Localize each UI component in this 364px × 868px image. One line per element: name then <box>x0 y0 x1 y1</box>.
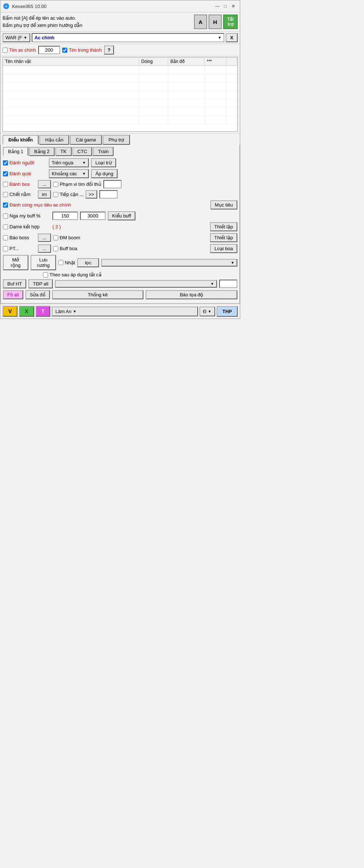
tab-hau-can[interactable]: Hậu cần <box>39 135 69 145</box>
tim-ac-chinh-checkbox[interactable] <box>3 48 8 53</box>
bao-boss-dot-button[interactable]: ... <box>38 233 51 242</box>
theo-sau-label[interactable]: Theo sau áp dụng tất cả <box>43 272 102 277</box>
tab-cai-game[interactable]: Cài game <box>70 135 102 145</box>
bao-boss-checkbox[interactable] <box>3 235 8 240</box>
tdp-dropdown[interactable]: ▼ <box>55 280 217 288</box>
im-button[interactable]: im <box>38 190 51 199</box>
pham-vi-input[interactable] <box>103 180 122 188</box>
col-doing: Doing <box>139 57 168 65</box>
search-number-input[interactable] <box>38 46 60 54</box>
danh-bos-dot-button[interactable]: ... <box>38 180 51 188</box>
thiet-lap-1-button[interactable]: Thiết lập <box>210 222 237 231</box>
tim-ac-chinh-checkbox-label[interactable]: Tim ac chính <box>3 47 36 53</box>
buf-ht-button[interactable]: Buf HT <box>3 279 26 288</box>
tab-phu-tro[interactable]: Phụ trợ <box>103 135 130 145</box>
danh-nguoi-label[interactable]: Đánh người <box>3 160 47 165</box>
tiep-can-checkbox[interactable] <box>53 192 58 197</box>
dm-boom-checkbox[interactable] <box>53 235 58 240</box>
btn-h[interactable]: H <box>209 15 222 29</box>
chet-nam-label[interactable]: Chết nằm <box>3 192 36 197</box>
bao-toa-do-button[interactable]: Báo tọa độ <box>146 290 237 299</box>
luu-ruong-button[interactable]: Lưu rương <box>31 255 56 270</box>
danh-nguoi-checkbox[interactable] <box>3 160 8 165</box>
danh-quai-checkbox[interactable] <box>3 171 8 176</box>
danh-cung-checkbox[interactable] <box>3 203 8 208</box>
muc-tieu-button[interactable]: Mục tiêu <box>210 200 237 209</box>
header-bar: Bấm nút [A] để ép tên ac vào auto. Bấm p… <box>0 12 240 32</box>
minimize-button[interactable]: — <box>214 3 221 10</box>
tdp-all-button[interactable]: TĐP all <box>28 279 52 288</box>
dm-boom-label[interactable]: ĐM boom <box>53 235 80 240</box>
bao-boss-label[interactable]: Báo boss <box>3 235 36 240</box>
table-header: Tên nhân vật Doing Bản đồ *** <box>3 57 237 66</box>
chet-nam-checkbox[interactable] <box>3 192 8 197</box>
ap-dung-button[interactable]: Áp dụng <box>91 169 118 178</box>
chevron-down-icon: ▼ <box>73 309 76 313</box>
tdp-input[interactable] <box>219 280 237 288</box>
nga-my-val2-input[interactable] <box>80 212 106 220</box>
header-line2: Bấm phụ trợ để xem phim hướng dẫn <box>3 22 193 29</box>
arr-button[interactable]: >> <box>86 190 97 199</box>
nhat-label[interactable]: Nhặt <box>58 260 75 265</box>
sub-tab-bang2[interactable]: Bảng 2 <box>29 147 55 156</box>
thp-button[interactable]: THP <box>217 306 238 317</box>
danh-bos-checkbox[interactable] <box>3 182 8 187</box>
pt-label[interactable]: PT... <box>3 246 36 251</box>
btn-a[interactable]: A <box>194 15 207 29</box>
row-chet-nam: Chết nằm im Tiếp cận ... >> <box>3 190 237 199</box>
dame-ket-checkbox[interactable] <box>3 224 8 229</box>
loai-bua-button[interactable]: Loại bùa <box>210 244 237 253</box>
pham-vi-checkbox[interactable] <box>53 182 58 187</box>
loc-button[interactable]: lọc <box>77 258 99 267</box>
maximize-button[interactable]: □ <box>222 3 229 10</box>
thong-ke-button[interactable]: Thống kê <box>52 290 144 299</box>
loc-dropdown[interactable]: ▼ <box>101 259 237 267</box>
war-dropdown[interactable]: WAR (F ▼ <box>3 33 30 42</box>
nhat-checkbox[interactable] <box>58 260 63 265</box>
kieu-buff-button[interactable]: Kiểu buff <box>108 211 135 220</box>
danh-quai-label[interactable]: Đánh quái <box>3 171 47 176</box>
sua-do-button[interactable]: Sửa đồ <box>25 290 50 299</box>
tim-trong-thanh-checkbox[interactable] <box>62 48 67 53</box>
d-dropdown[interactable]: Đ ▼ <box>199 307 215 316</box>
x-button[interactable]: X <box>19 306 34 317</box>
nga-my-val1-input[interactable] <box>52 212 78 220</box>
row-danh-nguoi: Đánh người Trên ngựa ▼ Loại trừ <box>3 158 237 167</box>
tiep-can-input[interactable] <box>99 190 118 199</box>
tiep-can-label[interactable]: Tiếp cận ... <box>53 192 83 197</box>
buff-bua-label[interactable]: Buff bùa <box>53 246 77 251</box>
mo-rong-button[interactable]: Mở rộng <box>3 255 28 270</box>
pt-checkbox[interactable] <box>3 246 8 251</box>
lam-an-dropdown[interactable]: Lâm An ▼ <box>52 307 198 316</box>
close-button[interactable]: ✕ <box>230 3 237 10</box>
t-button[interactable]: T <box>36 306 51 317</box>
danh-cung-label[interactable]: Đánh cùng mục tiêu ac chính <box>3 202 208 208</box>
btn-tai[interactable]: Tải trợ <box>223 15 238 29</box>
nga-my-checkbox[interactable] <box>3 213 8 219</box>
tren-ngua-dropdown[interactable]: Trên ngựa ▼ <box>49 158 89 167</box>
help-button[interactable]: ? <box>104 45 114 55</box>
sub-tab-ctc[interactable]: CTC <box>72 147 92 156</box>
row-danh-bos: Đánh bos ... Phạm vi tìm đối thủ <box>3 180 237 188</box>
dame-ket-label[interactable]: Dame kết hợp <box>3 224 50 229</box>
danh-bos-label[interactable]: Đánh bos <box>3 181 36 187</box>
loai-tru-button[interactable]: Loại trừ <box>91 158 116 167</box>
row-dame-ket: Dame kết hợp ( 2 ) Thiết lập <box>3 222 237 231</box>
sub-tab-bang1[interactable]: Bảng 1 <box>3 147 28 156</box>
theo-sau-checkbox[interactable] <box>43 272 48 277</box>
nga-my-label[interactable]: Nga my buff % <box>3 213 50 219</box>
tim-trong-thanh-checkbox-label[interactable]: Tim trong thành <box>62 47 102 53</box>
toolbar-x-button[interactable]: X <box>226 33 238 42</box>
v-button[interactable]: V <box>3 306 17 317</box>
f9-all-button[interactable]: F9 all <box>3 290 23 299</box>
ac-chinh-dropdown[interactable]: Ac chính ▼ <box>32 33 225 42</box>
pham-vi-label[interactable]: Phạm vi tìm đối thủ <box>53 181 101 187</box>
pt-dot-button[interactable]: ... <box>38 244 51 253</box>
sub-tab-train[interactable]: Train <box>93 147 114 156</box>
sub-tab-tk[interactable]: TK <box>55 147 72 156</box>
tab-dieu-khien[interactable]: Điều khiển <box>3 135 39 145</box>
header-text: Bấm nút [A] để ép tên ac vào auto. Bấm p… <box>3 15 193 29</box>
buff-bua-checkbox[interactable] <box>53 246 58 251</box>
khoang-cac-dropdown[interactable]: Khoảng các ▼ <box>49 169 89 178</box>
thiet-lap-2-button[interactable]: Thiết lập <box>210 233 237 242</box>
